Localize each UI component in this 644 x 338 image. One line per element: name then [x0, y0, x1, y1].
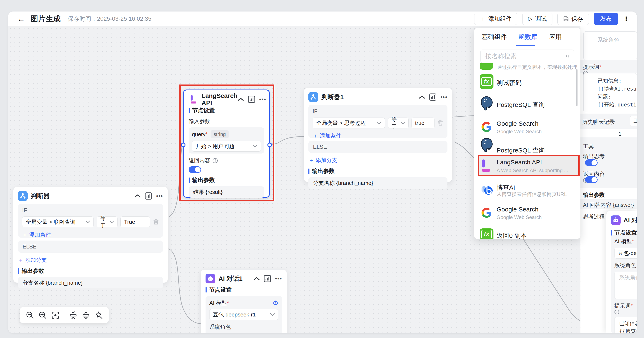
- delete-condition-icon[interactable]: [153, 219, 159, 225]
- prompt-text: 已知信息: {{博查AI.result}} 问题: {{开始.question}…: [598, 77, 637, 109]
- reasoning-output-item: 思考过程: [583, 213, 605, 220]
- list-item-title[interactable]: PostgreSQL 查询: [496, 146, 545, 155]
- input-port[interactable]: [181, 143, 186, 147]
- run-all-icon[interactable]: [145, 192, 152, 200]
- annotation-box-list-item: [478, 155, 580, 176]
- more-menu-icon[interactable]: •••: [440, 96, 448, 98]
- expand-nodes-icon[interactable]: [82, 311, 90, 320]
- param-value-select[interactable]: 开始 > 用户问题: [192, 141, 261, 152]
- google-icon[interactable]: [482, 208, 492, 218]
- library-scrollbar[interactable]: [576, 69, 578, 106]
- return-content-toggle[interactable]: [188, 166, 201, 173]
- node-chat1[interactable]: AI 对话1 ••• 节点设置 AI 模型* ⚙ 豆包-deepseek-r1 …: [201, 270, 287, 333]
- list-item-title[interactable]: 博查AI: [496, 184, 515, 192]
- condition-operator-select[interactable]: 等于: [96, 216, 118, 227]
- tab-basic-components[interactable]: 基础组件: [482, 33, 507, 41]
- list-item-title[interactable]: PostgreSQL 查询: [496, 100, 545, 109]
- saved-time: 保存时间：2025-03-25 16:02:35: [68, 15, 152, 23]
- back-arrow-icon[interactable]: ←: [17, 15, 25, 23]
- node-langsearch[interactable]: LangSearch API ••• 节点设置 输入参数 query* stri…: [183, 90, 270, 198]
- system-role-textarea[interactable]: [583, 31, 637, 60]
- history-value[interactable]: 1: [618, 131, 622, 137]
- list-item-subtitle[interactable]: 通过执行自定义脚本，实现数据处理: [497, 64, 577, 70]
- system-role-textarea[interactable]: 系统角色: [614, 272, 637, 299]
- collapse-icon[interactable]: [419, 95, 425, 99]
- run-all-icon[interactable]: [264, 275, 271, 282]
- param-type-tag: string: [210, 130, 229, 138]
- zoom-in-icon[interactable]: [38, 311, 47, 320]
- node-judge[interactable]: 判断器 ••• IF 全局变量 > 联网查询 等于 True: [13, 187, 168, 283]
- search-icon: [566, 53, 569, 60]
- list-item-title[interactable]: 测试密码: [496, 79, 522, 87]
- canvas-zoom-toolbar: [20, 307, 109, 323]
- system-role-label: 系统角色: [209, 323, 278, 331]
- collapse-nodes-icon[interactable]: [69, 311, 77, 320]
- play-icon: ▷: [528, 16, 532, 22]
- save-button[interactable]: 保存: [558, 13, 589, 25]
- input-params-label: 输入参数: [188, 118, 264, 125]
- prompt-label: 提示词*: [614, 302, 637, 314]
- list-item-subtitle[interactable]: 从博查搜索任何信息和网页URL: [496, 191, 567, 198]
- return-content-toggle[interactable]: [585, 176, 598, 183]
- zoom-out-icon[interactable]: [26, 311, 34, 320]
- library-tabs: 基础组件 函数库 应用: [474, 28, 580, 46]
- component-library-panel: 基础组件 函数库 应用 通过执行自定义脚本，实现数据处理 fx 测试密码 Pos…: [474, 28, 580, 239]
- think-output-toggle[interactable]: [585, 160, 598, 166]
- output-port[interactable]: [268, 143, 272, 147]
- node-chat2[interactable]: AI 对话2 节点设置 AI 模型* 豆包-deep 系统角色 系统角色 提示词…: [606, 211, 637, 333]
- more-options-icon[interactable]: ⋮: [623, 15, 629, 22]
- search-input[interactable]: [485, 53, 566, 60]
- node-title: AI 对话1: [218, 274, 242, 283]
- node-judge1[interactable]: 判断器1 ••• IF 全局变量 > 思考过程 等于 true: [304, 88, 452, 182]
- delete-condition-icon[interactable]: [438, 120, 443, 126]
- more-menu-icon[interactable]: •••: [156, 195, 163, 198]
- tab-function-library[interactable]: 函数库: [518, 33, 537, 41]
- google-icon[interactable]: [482, 122, 492, 132]
- list-item-title[interactable]: Google Search: [496, 206, 538, 213]
- info-icon: [212, 158, 218, 163]
- add-condition-link[interactable]: ＋添加条件: [22, 231, 51, 238]
- add-branch-link[interactable]: ＋添加分支: [18, 256, 47, 264]
- condition-variable-select[interactable]: 全局变量 > 思考过程: [312, 118, 385, 128]
- code-script-icon: [480, 64, 493, 70]
- list-item-title[interactable]: 返回0 副本: [496, 232, 527, 239]
- collapse-icon[interactable]: [238, 98, 244, 101]
- fit-view-icon[interactable]: [51, 311, 60, 320]
- collapse-icon[interactable]: [134, 194, 141, 198]
- more-menu-icon[interactable]: •••: [259, 98, 266, 101]
- model-settings-gear-icon[interactable]: ⚙: [273, 300, 278, 306]
- list-item-subtitle[interactable]: Google Web Search: [496, 129, 542, 134]
- library-search-box[interactable]: [480, 50, 574, 63]
- publish-button[interactable]: 发布: [594, 13, 618, 25]
- bocha-ai-icon[interactable]: [482, 184, 493, 197]
- list-item-title[interactable]: Google Search: [496, 120, 538, 127]
- magic-beautify-icon[interactable]: [94, 311, 103, 320]
- condition-variable-select[interactable]: 全局变量 > 联网查询: [22, 216, 94, 227]
- history-mode-button[interactable]: 工: [630, 116, 637, 126]
- condition-value-input[interactable]: true: [412, 118, 434, 128]
- workflow-title: 图片生成: [30, 14, 61, 24]
- condition-operator-select[interactable]: 等于: [388, 118, 408, 128]
- output-params-header: 输出参数: [192, 176, 215, 184]
- run-all-icon[interactable]: [248, 96, 255, 103]
- node-inspector-panel: 系统角色 提示词* 已知信息: {{博查AI.result}} 问题: {{开始…: [580, 26, 637, 333]
- tab-apps[interactable]: 应用: [549, 33, 562, 41]
- fx-icon[interactable]: fx: [480, 228, 494, 239]
- collapse-icon[interactable]: [254, 277, 260, 280]
- add-component-button[interactable]: ＋添加组件: [474, 13, 517, 25]
- prompt-textarea[interactable]: 已知信息: {{博查AI 问题: {{开始: [614, 317, 637, 333]
- add-condition-link[interactable]: ＋添加条件: [312, 132, 342, 140]
- condition-value-input[interactable]: True: [120, 216, 150, 227]
- app-window: 判断器 ••• IF 全局变量 > 联网查询 等于 True: [8, 12, 637, 333]
- postgresql-icon[interactable]: [480, 138, 494, 153]
- more-menu-icon[interactable]: •••: [275, 277, 282, 280]
- list-item-subtitle[interactable]: Google Web Search: [496, 214, 542, 220]
- node-settings-header: 节点设置: [209, 286, 232, 294]
- model-select[interactable]: 豆包-deepseek-r1: [209, 309, 278, 320]
- add-branch-link[interactable]: ＋添加分支: [308, 157, 337, 164]
- model-select[interactable]: 豆包-deep: [614, 248, 637, 258]
- postgresql-icon[interactable]: [480, 96, 494, 112]
- fx-icon[interactable]: fx: [480, 74, 494, 89]
- debug-button[interactable]: ▷调试: [522, 13, 552, 25]
- run-all-icon[interactable]: [429, 94, 436, 100]
